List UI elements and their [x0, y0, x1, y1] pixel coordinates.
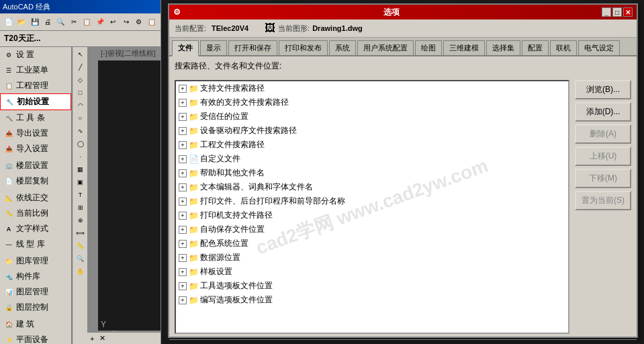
sidebar-item-jian-zhu[interactable]: 🏠 建 筑 — [0, 316, 71, 332]
tree-item-edit-template[interactable]: + 📁 编写选项板文件位置 — [176, 293, 568, 307]
undo-btn[interactable]: ↩ — [107, 16, 118, 28]
set-current-button[interactable]: 置为当前(S) — [575, 191, 631, 210]
side-btn-hatch[interactable]: ▦ — [75, 163, 87, 175]
copy-btn[interactable]: 📋 — [81, 16, 93, 28]
save-btn[interactable]: 💾 — [29, 16, 40, 28]
drawing-area[interactable]: [-]俯视[二维线框] Y X + ✕ — [87, 47, 160, 344]
sidebar-item-ping-mian[interactable]: ⚡ 平面设备 — [0, 332, 71, 344]
sidebar-item-tu-ku[interactable]: 📁 图库管理 — [0, 253, 71, 269]
expand-edit-template[interactable]: + — [179, 296, 187, 304]
sidebar-item-gong-cheng[interactable]: 📋 工程管理 — [0, 78, 71, 93]
side-btn-spline[interactable]: ∿ — [75, 125, 87, 137]
add-button[interactable]: 添加(D)... — [575, 102, 631, 122]
side-btn-rect[interactable]: □ — [75, 87, 87, 99]
tree-item-project[interactable]: + 📁 工程文件搜索路径 — [176, 138, 568, 152]
side-btn-circle[interactable]: ○ — [75, 112, 87, 124]
sidebar-item-chu-shi[interactable]: 🔧 初始设置 — [0, 93, 71, 110]
side-btn-point[interactable]: · — [75, 150, 87, 163]
tab-draw[interactable]: 绘图 — [415, 40, 442, 55]
tree-item-print-files[interactable]: + 📁 打印文件、后台打印程序和前导部分名称 — [176, 194, 568, 208]
side-btn-arc[interactable]: ◠ — [75, 99, 87, 112]
side-btn-table[interactable]: ⊞ — [75, 202, 87, 214]
maximize-button[interactable]: □ — [612, 7, 622, 17]
tab-electric[interactable]: 电气设定 — [578, 40, 620, 55]
sidebar-item-ceng-she-zhi[interactable]: 🏢 楼层设置 — [0, 158, 71, 173]
new-btn[interactable]: 📄 — [3, 16, 14, 28]
expand-project[interactable]: + — [179, 141, 187, 149]
expand-trusted[interactable]: + — [179, 113, 187, 121]
side-btn-region[interactable]: ▣ — [75, 176, 87, 188]
side-btn-ellipse[interactable]: ◯ — [75, 138, 87, 150]
open-btn[interactable]: 📂 — [15, 16, 27, 28]
sidebar-item-dao-ru[interactable]: 📥 导入设置 — [0, 141, 71, 157]
tree-item-custom[interactable]: + 📄 自定义文件 — [176, 152, 568, 166]
side-btn-zoom[interactable]: 🔍 — [75, 253, 87, 265]
tab-online[interactable]: 联机 — [550, 40, 577, 55]
expand-valid[interactable]: + — [179, 99, 187, 107]
print-btn[interactable]: 🖨 — [42, 16, 53, 28]
tab-user-config[interactable]: 用户系统配置 — [357, 40, 414, 55]
close-button[interactable]: ✕ — [623, 7, 633, 17]
side-btn-measure[interactable]: 📏 — [75, 240, 87, 252]
tab-select[interactable]: 选择集 — [486, 40, 520, 55]
expand-tool-palette[interactable]: + — [179, 282, 187, 290]
gear-btn[interactable]: ⚙ — [133, 16, 144, 28]
tab-3d-model[interactable]: 三维建模 — [443, 40, 485, 55]
expand-text-editor[interactable]: + — [179, 183, 187, 191]
tab-open-save[interactable]: 打开和保存 — [228, 40, 277, 55]
preview-btn[interactable]: 🔍 — [55, 16, 66, 28]
side-btn-line[interactable]: ╱ — [75, 61, 87, 73]
redo-btn[interactable]: ↪ — [120, 16, 132, 28]
side-btn-dim[interactable]: ⟺ — [75, 227, 87, 239]
tab-display[interactable]: 显示 — [200, 40, 227, 55]
sidebar-item-she-zhi[interactable]: ⚙ 设 置 — [0, 47, 71, 62]
expand-printer[interactable]: + — [179, 212, 187, 220]
expand-template[interactable]: + — [179, 268, 187, 276]
expand-help[interactable]: + — [179, 169, 187, 177]
sidebar-item-wen-zi[interactable]: A 文字样式 — [0, 221, 71, 236]
expand-autosave[interactable]: + — [179, 226, 187, 234]
tree-item-tool-palette[interactable]: + 📁 工具选项板文件位置 — [176, 279, 568, 293]
side-btn-pan[interactable]: ✋ — [75, 265, 87, 277]
browse-button[interactable]: 浏览(B)... — [575, 80, 631, 99]
sidebar-item-ceng-fu-zhi[interactable]: 📄 楼层复制 — [0, 173, 71, 189]
move-down-button[interactable]: 下移(M) — [575, 169, 631, 188]
file-tree-container[interactable]: + 📁 支持文件搜索路径 + 📁 有效的支持文件搜索路径 + 📁 受信任的位置 … — [175, 80, 569, 334]
minimize-button[interactable]: _ — [602, 7, 611, 17]
tree-item-printer-support[interactable]: + 📁 打印机支持文件路径 — [176, 208, 568, 222]
tab-file[interactable]: 文件 — [172, 40, 199, 56]
tab-print[interactable]: 打印和发布 — [279, 40, 328, 55]
sidebar-item-tu-ceng[interactable]: 📊 图层管理 — [0, 284, 71, 300]
side-btn-block[interactable]: ⊕ — [75, 214, 87, 226]
expand-support[interactable]: + — [179, 85, 187, 93]
tree-item-datasource[interactable]: + 📁 数据源位置 — [176, 251, 568, 265]
side-btn-arrow[interactable]: ↖ — [75, 48, 87, 60]
sidebar-item-kongzhi[interactable]: 🔒 图层控制 — [0, 300, 71, 315]
paste-btn[interactable]: 📌 — [94, 16, 105, 28]
tab-system[interactable]: 系统 — [329, 40, 356, 55]
sidebar-item-gong-ju[interactable]: 🔨 工 具 条 — [0, 110, 71, 126]
expand-print[interactable]: + — [179, 198, 187, 206]
delete-button[interactable]: 删除(A) — [575, 124, 631, 144]
expand-datasource[interactable]: + — [179, 254, 187, 262]
sidebar-item-gou-jian[interactable]: 🔩 构件库 — [0, 269, 71, 284]
sidebar-item-dao-chu[interactable]: 📤 导出设置 — [0, 126, 71, 141]
tree-item-autosave[interactable]: + 📁 自动保存文件位置 — [176, 222, 568, 236]
sidebar-item-yi-zheng[interactable]: 📐 依线正交 — [0, 190, 71, 206]
prop-btn[interactable]: 📋 — [146, 16, 158, 28]
sidebar-item-bili[interactable]: 📏 当前比例 — [0, 206, 71, 221]
tree-item-template[interactable]: + 📁 样板设置 — [176, 265, 568, 279]
cut-btn[interactable]: ✂ — [68, 16, 79, 28]
side-btn-poly[interactable]: ◇ — [75, 74, 87, 86]
expand-custom[interactable]: + — [179, 155, 187, 163]
tree-item-text-editor[interactable]: + 📁 文本编辑器、词典和字体文件名 — [176, 180, 568, 194]
expand-device[interactable]: + — [179, 127, 187, 135]
tab-config[interactable]: 配置 — [522, 40, 549, 55]
expand-color[interactable]: + — [179, 240, 187, 248]
tree-item-device[interactable]: + 📁 设备驱动程序文件搜索路径 — [176, 124, 568, 138]
tree-item-trusted[interactable]: + 📁 受信任的位置 — [176, 110, 568, 124]
sidebar-item-gong-ye-cai-dan[interactable]: ☰ 工业菜单 — [0, 62, 71, 78]
sidebar-item-xian-xing[interactable]: — 线 型 库 — [0, 236, 71, 252]
tree-item-support[interactable]: + 📁 支持文件搜索路径 — [176, 81, 568, 95]
side-btn-text[interactable]: T — [75, 189, 87, 201]
